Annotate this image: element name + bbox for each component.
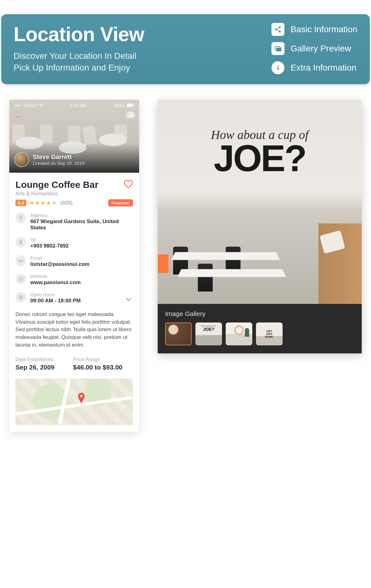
hero-image: Sketch 9:41 AM 100% ← bbox=[9, 100, 139, 173]
image-action-button[interactable] bbox=[126, 111, 135, 118]
status-left: Sketch bbox=[14, 103, 44, 108]
phone-icon bbox=[15, 237, 26, 248]
location-category: Arts & Humanities bbox=[15, 191, 98, 197]
info-label: Website bbox=[30, 274, 81, 279]
meta-label: Date Established bbox=[15, 357, 54, 362]
meta-value: Sep 26, 2009 bbox=[15, 364, 54, 371]
chevron-down-icon[interactable] bbox=[126, 296, 132, 303]
pin-icon bbox=[15, 213, 26, 223]
banner-feature-list: Basic Information Gallery Preview Extra … bbox=[271, 23, 357, 74]
banner-left: Location View Discover Your Location In … bbox=[14, 23, 271, 74]
hero-cafe-scene bbox=[158, 230, 362, 304]
author-row[interactable]: Steve Garrett Created on Sep 15, 2019 bbox=[14, 152, 85, 167]
author-text: Steve Garrett Created on Sep 15, 2019 bbox=[33, 153, 85, 166]
share-icon bbox=[271, 23, 284, 36]
svg-rect-6 bbox=[277, 67, 279, 70]
info-label: Open Hours bbox=[30, 292, 81, 297]
gallery-hero-image[interactable]: How about a cup of JOE? bbox=[158, 100, 362, 304]
rating-score-badge: 9.4 bbox=[15, 200, 26, 206]
svg-point-0 bbox=[279, 26, 281, 28]
detail-body: Lounge Coffee Bar Arts & Humanities 9.4 … bbox=[9, 173, 139, 432]
status-bar: Sketch 9:41 AM 100% bbox=[9, 100, 139, 108]
author-created-date: Created on Sep 15, 2019 bbox=[33, 161, 85, 166]
svg-rect-7 bbox=[127, 103, 133, 107]
header-banner: Location View Discover Your Location In … bbox=[1, 14, 370, 84]
info-email[interactable]: Email liststar@passionui.com bbox=[15, 255, 133, 267]
banner-subtitle: Discover Your Location In Detail Pick Up… bbox=[14, 50, 271, 74]
thumb-text: GET SHIT DONE. bbox=[265, 330, 274, 338]
battery-icon bbox=[127, 103, 134, 108]
svg-rect-11 bbox=[19, 240, 22, 244]
status-time: 9:41 AM bbox=[70, 103, 87, 108]
location-map[interactable] bbox=[15, 378, 133, 425]
svg-point-1 bbox=[275, 28, 277, 30]
feature-label: Basic Information bbox=[291, 24, 357, 34]
meta-label: Price Range bbox=[73, 357, 122, 362]
phone-gallery-view: How about a cup of JOE? Image Gallery Ho… bbox=[158, 100, 362, 353]
svg-rect-4 bbox=[276, 48, 281, 51]
gallery-thumb-2[interactable]: How about a cup of JOE? bbox=[195, 322, 222, 345]
hero-big-text: JOE? bbox=[214, 140, 305, 177]
info-address[interactable]: Address 667 Wiegand Gardens Suite, Unite… bbox=[15, 213, 133, 231]
info-value: liststar@passionui.com bbox=[30, 261, 89, 267]
info-label: Email bbox=[30, 255, 89, 261]
svg-point-2 bbox=[279, 31, 281, 32]
svg-point-10 bbox=[129, 114, 130, 115]
info-value: 667 Wiegand Gardens Suite, United States bbox=[30, 218, 133, 231]
info-website[interactable]: Website www.passionui.com bbox=[15, 274, 133, 286]
gallery-thumb-1[interactable] bbox=[165, 322, 192, 345]
rating-count: (609) bbox=[60, 200, 73, 206]
feature-gallery-preview: Gallery Preview bbox=[271, 42, 357, 55]
gallery-thumbs[interactable]: How about a cup of JOE? GET SHIT DONE. bbox=[165, 322, 354, 345]
gallery-title: Image Gallery bbox=[165, 310, 354, 318]
info-tel[interactable]: Tel +903 9802-7892 bbox=[15, 237, 133, 249]
banner-sub-line2: Pick Up Information and Enjoy bbox=[14, 62, 271, 74]
info-icon bbox=[271, 61, 284, 74]
info-label: Address bbox=[30, 213, 133, 218]
location-title: Lounge Coffee Bar bbox=[15, 179, 98, 190]
signal-dots-icon bbox=[14, 103, 21, 108]
status-right: 100% bbox=[113, 103, 134, 108]
email-icon bbox=[15, 255, 26, 266]
favorite-button[interactable] bbox=[124, 179, 133, 190]
meta-price-range: Price Range $46.00 to $93.00 bbox=[73, 357, 122, 371]
battery-percent: 100% bbox=[113, 103, 125, 108]
info-value: 09:00 AM - 18:00 PM bbox=[30, 298, 81, 304]
featured-badge: Featured bbox=[108, 199, 133, 206]
info-list: Address 667 Wiegand Gardens Suite, Unite… bbox=[15, 213, 133, 304]
wifi-icon bbox=[39, 103, 44, 108]
info-value: www.passionui.com bbox=[30, 279, 81, 286]
back-button[interactable]: ← bbox=[14, 111, 22, 121]
feature-extra-info: Extra Information bbox=[271, 61, 357, 74]
map-pin-icon bbox=[77, 393, 85, 405]
info-value: +903 9802-7892 bbox=[30, 243, 69, 249]
clock-icon bbox=[15, 292, 26, 302]
banner-title: Location View bbox=[14, 23, 271, 46]
author-name: Steve Garrett bbox=[33, 153, 85, 161]
location-description: Donec rutrum congue leo eget malesuada. … bbox=[15, 311, 133, 349]
info-label: Tel bbox=[30, 237, 69, 242]
rating-left: 9.4 ★★★★★ (609) bbox=[15, 200, 73, 206]
info-hours[interactable]: Open Hours 09:00 AM - 18:00 PM bbox=[15, 292, 133, 304]
feature-basic-info: Basic Information bbox=[271, 23, 357, 36]
gallery-bar: Image Gallery How about a cup of JOE? GE… bbox=[158, 304, 362, 353]
meta-value: $46.00 to $93.00 bbox=[73, 364, 122, 371]
svg-rect-8 bbox=[133, 104, 134, 106]
gallery-thumb-3[interactable] bbox=[226, 322, 252, 345]
feature-label: Extra Information bbox=[291, 63, 356, 73]
feature-label: Gallery Preview bbox=[291, 44, 351, 54]
thumb-big: JOE? bbox=[201, 327, 216, 332]
rating-stars: ★★★★★ bbox=[29, 200, 57, 206]
avatar bbox=[14, 152, 29, 167]
svg-point-5 bbox=[277, 66, 279, 67]
phone-location-detail: Sketch 9:41 AM 100% ← bbox=[9, 100, 139, 432]
meta-date-established: Date Established Sep 26, 2009 bbox=[15, 357, 54, 371]
meta-row: Date Established Sep 26, 2009 Price Rang… bbox=[15, 357, 133, 371]
gallery-thumb-4[interactable]: GET SHIT DONE. bbox=[256, 322, 283, 345]
banner-sub-line1: Discover Your Location In Detail bbox=[14, 50, 271, 62]
gallery-icon bbox=[271, 42, 284, 55]
carrier-label: Sketch bbox=[23, 103, 37, 108]
globe-icon bbox=[15, 274, 26, 284]
